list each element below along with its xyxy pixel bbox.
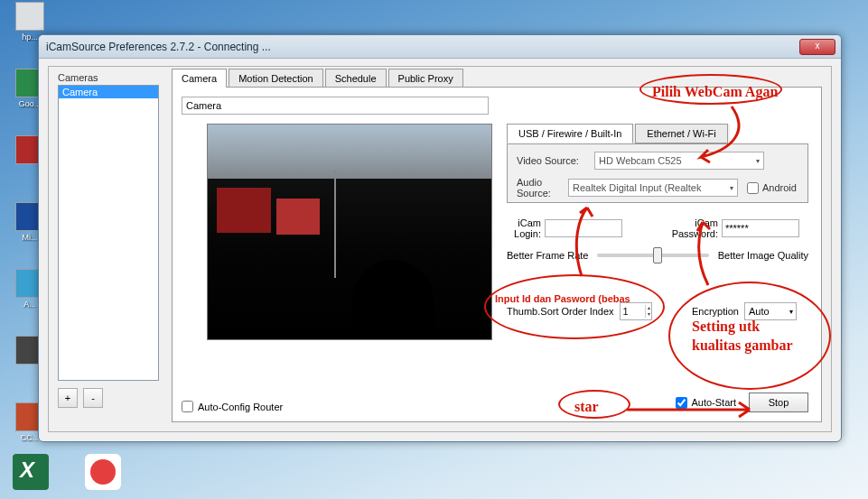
icam-password-label: iCam Password: [667,217,718,239]
video-source-label: Video Source: [517,155,594,166]
video-source-select[interactable]: HD Webcam C525 [594,152,764,170]
thumbsort-label: Thumb.Sort Order Index [507,306,614,317]
window-title: iCamSource Preferences 2.7.2 - Connectin… [46,41,799,53]
autoconfig-checkbox[interactable] [182,401,193,412]
desktop-icon-label: Mi... [23,233,38,242]
tab-usb[interactable]: USB / Firewire / Built-In [507,124,633,143]
list-item[interactable]: Camera [59,86,158,98]
audio-source-select[interactable]: Realtek Digital Input (Realtek [568,179,738,197]
autostart-label: Auto-Start [691,397,736,408]
thumbsort-spinner[interactable]: 1 [620,302,652,320]
tab-ethernet[interactable]: Ethernet / Wi-Fi [635,124,727,143]
remove-camera-button[interactable]: - [83,388,103,408]
preferences-window: iCamSource Preferences 2.7.2 - Connectin… [38,34,842,442]
camera-preview [207,124,492,340]
source-group: Video Source: HD Webcam C525 Audio Sourc… [507,143,808,203]
slider-right-label: Better Image Quality [718,250,808,261]
icam-password-input[interactable] [722,219,799,237]
quality-slider[interactable] [597,254,708,257]
nitro-icon[interactable] [85,454,121,490]
excel-icon[interactable] [13,454,49,490]
desktop-icon-label: A... [23,300,36,309]
android-label: Android [762,182,797,193]
cameras-label: Cameras [58,72,159,83]
icam-login-input[interactable] [545,219,622,237]
tab-camera[interactable]: Camera [172,69,227,88]
icam-login-label: iCam Login: [507,217,541,239]
close-button[interactable]: x [799,39,835,55]
tab-schedule[interactable]: Schedule [325,69,387,88]
camera-name-input[interactable] [182,97,489,115]
encryption-select[interactable]: Auto [744,302,797,320]
desktop-icon-label: CC... [21,433,40,442]
tab-proxy[interactable]: Public Proxy [388,69,463,88]
stop-button[interactable]: Stop [749,393,808,412]
desktop-icon-label: hp... [22,32,38,42]
tab-motion[interactable]: Motion Detection [229,69,323,88]
autoconfig-label: Auto-Config Router [198,402,283,412]
add-camera-button[interactable]: + [58,388,78,408]
autostart-checkbox[interactable] [676,397,687,409]
android-checkbox[interactable] [747,182,759,194]
audio-source-label: Audio Source: [517,177,568,199]
encryption-label: Encryption [692,306,739,317]
slider-left-label: Better Frame Rate [507,250,588,261]
cameras-list[interactable]: Camera [58,85,159,381]
